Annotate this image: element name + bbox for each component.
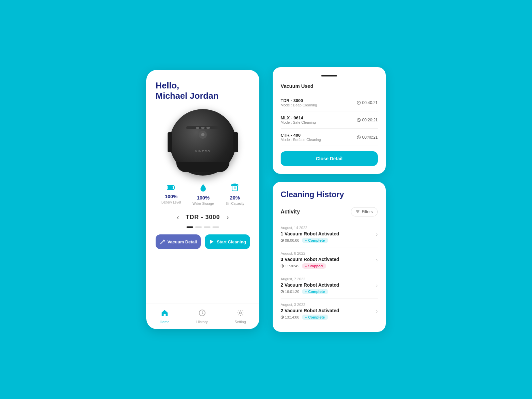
chevron-right-icon-2: ›: [376, 257, 378, 263]
history-card: Cleaning History Activity Filters August…: [273, 182, 386, 332]
dot-4: [212, 226, 219, 228]
carousel-next-button[interactable]: ›: [224, 212, 232, 222]
vacuum-entry-1: TDR - 3000 Mode : Deep Cleaning 00:40:21: [281, 94, 378, 111]
activity-robots-1: 1 Vacuum Robot Activated: [281, 231, 339, 236]
activity-item-1[interactable]: August, 14 2022 1 Vacuum Robot Activated…: [281, 222, 378, 247]
activity-meta-4: 13:14:00 ● Complete: [281, 315, 339, 320]
activity-item-4[interactable]: August, 3 2022 2 Vacuum Robot Activated …: [281, 299, 378, 324]
stat-water: 100% Water Storage: [193, 184, 214, 205]
carousel-row: ‹ TDR - 3000 ›: [156, 212, 250, 222]
status-badge-4: ● Complete: [302, 315, 328, 320]
filter-icon: [356, 210, 360, 214]
detail-section-title: Vacuum Used: [281, 83, 378, 89]
vacuum-time-2: 00:20:21: [357, 118, 378, 122]
close-detail-button[interactable]: Close Detail: [281, 151, 378, 166]
activity-date-1: August, 14 2022: [281, 226, 339, 230]
activity-time-3: 16:01:20: [281, 290, 299, 294]
activity-item-2[interactable]: August, 8 2022 3 Vacuum Robot Activated …: [281, 247, 378, 273]
robot-btn-center: [201, 127, 204, 129]
activity-date-2: August, 8 2022: [281, 251, 339, 255]
carousel-prev-button[interactable]: ‹: [174, 212, 182, 222]
dot-2: [195, 226, 202, 228]
activity-info-4: August, 3 2022 2 Vacuum Robot Activated …: [281, 303, 339, 320]
action-buttons: Vacuum Detail Start Cleaning: [156, 234, 250, 249]
activity-info-3: August, 7 2022 2 Vacuum Robot Activated …: [281, 277, 339, 294]
chevron-right-icon-3: ›: [376, 283, 378, 289]
activity-info-2: August, 8 2022 3 Vacuum Robot Activated …: [281, 251, 339, 269]
vacuum-detail-label: Vacuum Detail: [168, 239, 197, 244]
right-column: Vacuum Used TDR - 3000 Mode : Deep Clean…: [273, 67, 386, 332]
robot-center-button: [199, 131, 207, 139]
vacuum-mode-2: Mode : Safe Cleaning: [281, 120, 316, 124]
svg-rect-5: [234, 187, 236, 189]
filter-label: Filters: [362, 209, 373, 214]
robot-btn-left: [196, 127, 199, 129]
clock-icon-a3: [281, 290, 284, 293]
vacuum-model-1: TDR - 3000: [281, 98, 317, 103]
robot-top-bar: [186, 126, 219, 129]
activity-date-3: August, 7 2022: [281, 277, 339, 281]
bin-value: 20%: [230, 195, 240, 200]
robot-image: VINERO: [156, 109, 250, 176]
svg-point-9: [239, 312, 241, 314]
vacuum-entry-2: MLX - 9614 Mode : Safe Cleaning 00:20:21: [281, 111, 378, 129]
activity-info-1: August, 14 2022 1 Vacuum Robot Activated…: [281, 226, 339, 243]
nav-home-label: Home: [160, 320, 169, 324]
activity-meta-1: 08:00:00 ● Complete: [281, 238, 339, 243]
chevron-right-icon-1: ›: [376, 231, 378, 237]
start-cleaning-button[interactable]: Start Cleaning: [205, 234, 250, 249]
vacuum-time-3: 00:40:21: [357, 135, 378, 140]
battery-label: Battery Level: [162, 200, 181, 204]
nav-history[interactable]: History: [196, 309, 207, 324]
carousel-dots: [156, 226, 250, 228]
vacuum-info-2: MLX - 9614 Mode : Safe Cleaning: [281, 115, 316, 124]
chevron-right-icon-4: ›: [376, 308, 378, 314]
status-badge-1: ● Complete: [302, 238, 328, 243]
greeting-text: Hello, Michael Jordan: [156, 80, 250, 101]
vacuum-mode-1: Mode : Deep Cleaning: [281, 103, 317, 107]
phone-card: Hello, Michael Jordan VINERO: [146, 70, 259, 329]
activity-time-4: 13:14:00: [281, 315, 299, 319]
history-icon: [199, 309, 206, 319]
battery-icon: [167, 184, 176, 192]
clock-icon-a4: [281, 316, 284, 319]
stat-battery: 100% Battery Level: [162, 184, 181, 205]
svg-marker-7: [210, 240, 213, 244]
activity-time-1: 08:00:00: [281, 238, 299, 242]
bin-icon: [231, 184, 238, 194]
vacuum-mode-3: Mode : Surface Cleaning: [281, 138, 321, 142]
nav-setting[interactable]: Setting: [234, 309, 246, 324]
filter-button[interactable]: Filters: [351, 207, 378, 216]
activity-robots-3: 2 Vacuum Robot Activated: [281, 282, 339, 288]
activity-item-3[interactable]: August, 7 2022 2 Vacuum Robot Activated …: [281, 273, 378, 299]
activity-robots-2: 3 Vacuum Robot Activated: [281, 257, 339, 262]
vacuum-time-1: 00:40:21: [357, 100, 378, 105]
robot-btn-right: [206, 127, 210, 129]
vacuum-detail-button[interactable]: Vacuum Detail: [156, 234, 201, 249]
setting-icon: [237, 309, 244, 319]
bottom-nav: Home History Setting: [146, 304, 259, 329]
carousel-model-title: TDR - 3000: [186, 214, 220, 221]
activity-label: Activity: [281, 209, 300, 215]
robot-side-right: [233, 132, 238, 152]
activity-meta-3: 16:01:20 ● Complete: [281, 289, 339, 294]
water-label: Water Storage: [193, 202, 214, 205]
activity-date-4: August, 3 2022: [281, 303, 339, 307]
play-icon: [209, 239, 214, 244]
nav-home[interactable]: Home: [160, 309, 169, 324]
robot-bumper: [176, 162, 229, 172]
history-title: Cleaning History: [281, 190, 378, 199]
svg-rect-2: [168, 186, 173, 189]
battery-value: 100%: [165, 194, 178, 199]
start-cleaning-label: Start Cleaning: [217, 239, 246, 244]
activity-header: Activity Filters: [281, 207, 378, 216]
water-icon: [200, 184, 206, 194]
clock-icon-a1: [281, 239, 284, 242]
vacuum-model-3: CTR - 400: [281, 133, 321, 138]
bin-label: Bin Capacity: [225, 202, 244, 205]
vacuum-info-1: TDR - 3000 Mode : Deep Cleaning: [281, 98, 317, 107]
dot-1: [187, 226, 193, 228]
nav-history-label: History: [196, 320, 207, 324]
vacuum-model-2: MLX - 9614: [281, 115, 316, 120]
dot-3: [204, 226, 210, 228]
